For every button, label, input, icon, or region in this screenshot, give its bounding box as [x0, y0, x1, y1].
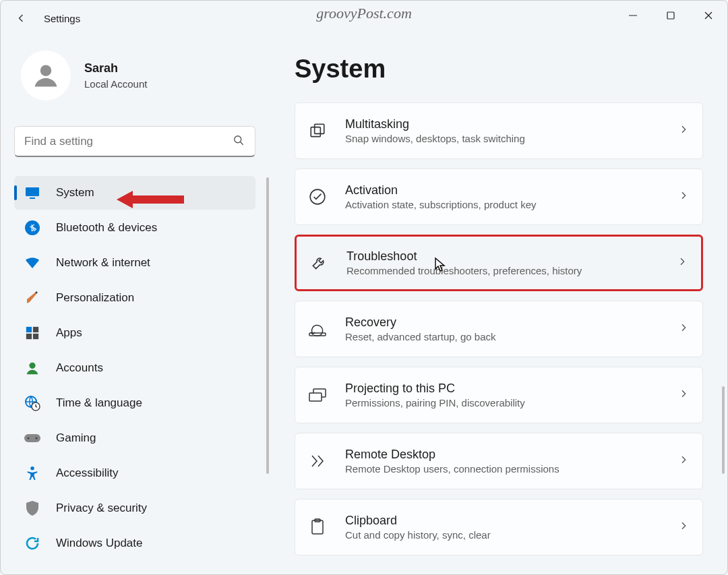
card-desc: Cut and copy history, sync, clear	[345, 529, 678, 541]
sidebar-item-label: Personalization	[56, 291, 134, 305]
sidebar-item-system[interactable]: System	[14, 176, 255, 210]
maximize-button[interactable]	[652, 1, 690, 30]
check-circle-icon	[307, 187, 328, 207]
sidebar-item-personalization[interactable]: Personalization	[14, 281, 255, 315]
card-clipboard[interactable]: Clipboard Cut and copy history, sync, cl…	[295, 499, 703, 555]
card-recovery[interactable]: Recovery Reset, advanced startup, go bac…	[295, 301, 703, 357]
sidebar-item-label: Accessibility	[56, 466, 119, 480]
apps-icon	[24, 324, 41, 342]
svg-rect-17	[24, 434, 40, 442]
sidebar-item-label: Gaming	[56, 431, 96, 445]
card-desc: Recommended troubleshooters, preferences…	[346, 265, 677, 276]
svg-point-18	[28, 437, 30, 440]
card-multitasking[interactable]: Multitasking Snap windows, desktops, tas…	[295, 102, 703, 159]
sidebar-item-network[interactable]: Network & internet	[14, 246, 255, 280]
window-title: Settings	[44, 13, 80, 24]
card-desc: Permissions, pairing PIN, discoverabilit…	[345, 397, 678, 408]
svg-rect-21	[311, 127, 320, 137]
sidebar-item-accessibility[interactable]: Accessibility	[14, 456, 255, 490]
svg-point-20	[30, 466, 34, 471]
card-title: Remote Desktop	[345, 448, 678, 462]
sidebar-item-bluetooth[interactable]: Bluetooth & devices	[14, 211, 255, 245]
person-icon	[24, 359, 41, 377]
close-button[interactable]	[690, 1, 727, 30]
shield-icon	[24, 500, 41, 517]
svg-rect-22	[315, 124, 324, 133]
accessibility-icon	[24, 464, 41, 482]
titlebar: Settings groovyPost.com	[1, 1, 727, 36]
svg-rect-10	[26, 327, 32, 332]
profile-name: Sarah	[84, 61, 147, 75]
svg-rect-13	[33, 334, 38, 339]
update-icon	[24, 535, 41, 552]
profile-block[interactable]: Sarah Local Account	[1, 48, 269, 117]
page-heading: System	[295, 55, 703, 84]
wrench-icon	[309, 253, 329, 273]
brush-icon	[24, 289, 41, 307]
profile-account-type: Local Account	[84, 78, 147, 90]
svg-point-19	[36, 437, 38, 440]
bluetooth-icon	[24, 219, 41, 237]
sidebar-item-label: Network & internet	[56, 256, 150, 270]
monitor-icon	[24, 184, 41, 202]
svg-rect-12	[26, 334, 32, 339]
card-activation[interactable]: Activation Activation state, subscriptio…	[295, 169, 703, 225]
card-title: Clipboard	[345, 514, 678, 528]
chevron-right-icon	[678, 454, 689, 468]
card-desc: Activation state, subscriptions, product…	[345, 199, 678, 210]
minimize-button[interactable]	[614, 1, 652, 30]
card-title: Projecting to this PC	[345, 382, 678, 396]
remote-icon	[307, 451, 328, 471]
card-remote-desktop[interactable]: Remote Desktop Remote Desktop users, con…	[295, 433, 703, 489]
sidebar-item-label: Windows Update	[56, 537, 143, 550]
sidebar-item-time-language[interactable]: Time & language	[14, 386, 255, 420]
wifi-icon	[24, 254, 41, 272]
sidebar-item-gaming[interactable]: Gaming	[14, 421, 255, 455]
search-input[interactable]	[24, 135, 232, 148]
chevron-right-icon	[678, 388, 689, 402]
card-desc: Reset, advanced startup, go back	[345, 331, 678, 342]
gamepad-icon	[24, 429, 41, 447]
svg-rect-11	[33, 327, 38, 332]
chevron-right-icon	[678, 124, 689, 138]
chevron-right-icon	[678, 520, 689, 534]
card-desc: Snap windows, desktops, task switching	[345, 133, 678, 144]
sidebar-item-apps[interactable]: Apps	[14, 316, 255, 350]
search-box[interactable]	[14, 126, 255, 157]
svg-rect-24	[309, 333, 326, 336]
sidebar-item-label: System	[56, 186, 94, 200]
svg-rect-26	[309, 393, 322, 401]
sidebar-nav: System Bluetooth & devices Network & int…	[1, 171, 269, 566]
card-desc: Remote Desktop users, connection permiss…	[345, 463, 678, 475]
svg-rect-27	[312, 520, 323, 534]
avatar	[21, 51, 71, 100]
sidebar-item-label: Bluetooth & devices	[56, 221, 157, 235]
back-button[interactable]	[11, 9, 30, 28]
project-icon	[307, 385, 328, 405]
card-projecting[interactable]: Projecting to this PC Permissions, pairi…	[295, 367, 703, 423]
card-title: Activation	[345, 183, 678, 198]
svg-point-4	[40, 65, 52, 76]
sidebar-item-label: Privacy & security	[56, 502, 147, 515]
sidebar-item-privacy[interactable]: Privacy & security	[14, 491, 255, 525]
svg-point-14	[29, 363, 35, 369]
chevron-right-icon	[678, 190, 689, 204]
chevron-right-icon	[678, 322, 689, 336]
card-troubleshoot[interactable]: Troubleshoot Recommended troubleshooters…	[295, 235, 703, 291]
multitasking-icon	[307, 121, 328, 141]
sidebar-item-windows-update[interactable]: Windows Update	[14, 526, 255, 560]
globe-clock-icon	[24, 394, 41, 412]
sidebar: Sarah Local Account System Bluetooth & d…	[1, 36, 269, 574]
svg-rect-1	[667, 12, 674, 19]
sidebar-item-label: Time & language	[56, 396, 142, 410]
svg-rect-8	[30, 198, 35, 199]
recovery-icon	[307, 319, 328, 339]
chevron-right-icon	[677, 256, 688, 270]
watermark-text: groovyPost.com	[316, 5, 412, 22]
svg-rect-7	[26, 187, 39, 196]
main-scrollbar[interactable]	[722, 386, 725, 474]
sidebar-item-label: Accounts	[56, 361, 103, 375]
svg-point-5	[235, 135, 241, 142]
sidebar-item-label: Apps	[56, 326, 82, 340]
sidebar-item-accounts[interactable]: Accounts	[14, 351, 255, 385]
